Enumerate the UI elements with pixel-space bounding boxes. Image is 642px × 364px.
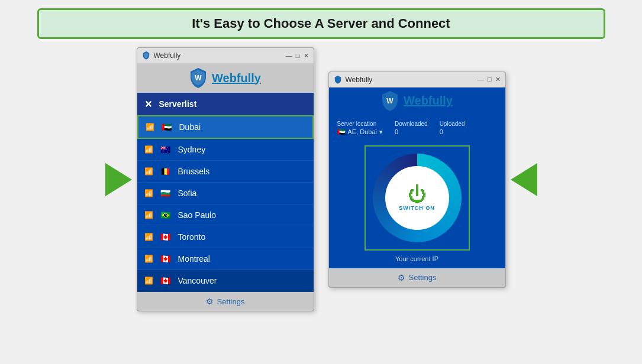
close-btn-left[interactable]: ✕ (304, 52, 309, 60)
server-name-sydney: Sydney (178, 145, 206, 154)
left-settings-label: Settings (217, 297, 245, 306)
server-location-btn[interactable]: 🇦🇪 AE, Dubai ▾ (337, 128, 383, 136)
flag-uae-small: 🇦🇪 (337, 128, 346, 136)
svg-text:W: W (195, 74, 202, 82)
signal-icon-dubai: 📶 (146, 123, 154, 131)
webfully-logo-icon-left: W (189, 68, 207, 88)
server-location-value: AE, Dubai (348, 128, 378, 135)
stats-bar: Server location 🇦🇪 AE, Dubai ▾ Downloade… (329, 115, 505, 139)
minimize-btn-right[interactable]: — (478, 76, 484, 83)
server-row-vancouver[interactable]: 📶 🇨🇦 Vancouver (137, 270, 314, 292)
signal-icon-toronto: 📶 (144, 233, 153, 241)
left-window: Webfully — □ ✕ W Webfully ✕ Serverlist (137, 47, 314, 311)
server-row-sydney[interactable]: 📶 🇦🇺 Sydney (137, 139, 314, 161)
flag-sydney: 🇦🇺 (159, 145, 172, 154)
server-name-vancouver: Vancouver (178, 276, 217, 285)
svg-text:W: W (386, 97, 393, 105)
server-row-saopaulo[interactable]: 📶 🇧🇷 Sao Paulo (137, 204, 314, 226)
server-name-brussels: Brussels (178, 167, 210, 176)
power-button-icon[interactable]: ⏻ (408, 185, 427, 204)
left-titlebar-controls: — □ ✕ (286, 52, 309, 60)
right-window: Webfully — □ ✕ W Webfully Server locatio… (328, 72, 506, 288)
serverlist-close-btn[interactable]: ✕ (144, 99, 152, 110)
gear-icon-left: ⚙ (206, 297, 214, 306)
flag-saopaulo: 🇧🇷 (159, 210, 172, 220)
signal-icon-brussels: 📶 (144, 167, 153, 176)
flag-sofia: 🇧🇬 (159, 188, 172, 198)
right-app-name: Webfully (346, 76, 373, 84)
serverlist-title: Serverlist (159, 99, 197, 109)
left-logo-text: Webfully (212, 72, 261, 85)
server-name-sofia: Sofia (178, 188, 197, 198)
arrow-left-icon (511, 163, 537, 196)
shield-icon-right (334, 76, 342, 84)
left-logo-bar: W Webfully (137, 63, 314, 93)
server-name-dubai: Dubai (179, 122, 201, 132)
flag-dubai: 🇦🇪 (160, 122, 173, 132)
close-btn-right[interactable]: ✕ (495, 76, 501, 83)
power-area: ⏻ SWITCH ON Your current IP (329, 139, 505, 268)
signal-icon-saopaulo: 📶 (144, 211, 153, 219)
left-arrow-wrapper (101, 163, 137, 196)
serverlist-header: ✕ Serverlist (137, 93, 314, 115)
server-name-saopaulo: Sao Paulo (178, 210, 217, 220)
right-titlebar-left: Webfully (334, 76, 373, 84)
server-location-label: Server location (337, 121, 383, 127)
minimize-btn-left[interactable]: — (286, 52, 292, 60)
right-logo-bar: W Webfully (329, 87, 505, 115)
server-name-toronto: Toronto (178, 232, 206, 242)
server-location-stat: Server location 🇦🇪 AE, Dubai ▾ (337, 121, 383, 136)
switch-on-label: SWITCH ON (399, 205, 435, 211)
right-settings-label: Settings (409, 273, 437, 282)
maximize-btn-right[interactable]: □ (488, 76, 492, 83)
uploaded-value: 0 (440, 128, 465, 135)
right-titlebar-controls: — □ ✕ (478, 76, 501, 83)
maximize-btn-left[interactable]: □ (296, 52, 300, 60)
signal-icon-vancouver: 📶 (144, 277, 153, 285)
right-titlebar: Webfully — □ ✕ (329, 72, 505, 87)
uploaded-stat: Uploaded 0 (440, 121, 465, 135)
server-name-montreal: Montreal (178, 254, 210, 264)
server-row-toronto[interactable]: 📶 🇨🇦 Toronto (137, 226, 314, 248)
downloaded-label: Downloaded (395, 121, 428, 127)
left-app-name: Webfully (154, 51, 181, 60)
flag-montreal: 🇨🇦 (159, 254, 172, 264)
uploaded-label: Uploaded (440, 121, 465, 127)
arrow-right-icon (105, 163, 132, 196)
signal-icon-sydney: 📶 (144, 145, 153, 154)
server-row-brussels[interactable]: 📶 🇧🇪 Brussels (137, 161, 314, 183)
signal-icon-sofia: 📶 (144, 189, 153, 197)
downloaded-stat: Downloaded 0 (395, 121, 428, 135)
header-title: It's Easy to Choose A Server and Connect (51, 16, 592, 31)
gear-icon-right: ⚙ (398, 273, 405, 282)
server-row-sofia[interactable]: 📶 🇧🇬 Sofia (137, 183, 314, 204)
server-row-dubai[interactable]: 📶 🇦🇪 Dubai (137, 115, 314, 139)
server-list: 📶 🇦🇪 Dubai 📶 🇦🇺 Sydney 📶 🇧🇪 Brussels 📶 🇧… (137, 115, 314, 292)
left-titlebar: Webfully — □ ✕ (137, 48, 314, 63)
right-footer[interactable]: ⚙ Settings (329, 268, 505, 287)
main-area: Webfully — □ ✕ W Webfully ✕ Serverlist (0, 47, 642, 311)
flag-vancouver: 🇨🇦 (159, 276, 172, 285)
flag-brussels: 🇧🇪 (159, 167, 172, 176)
right-arrow-wrapper (506, 163, 542, 196)
your-ip-label: Your current IP (395, 255, 438, 262)
downloaded-value: 0 (395, 128, 428, 135)
power-frame: ⏻ SWITCH ON (364, 145, 470, 251)
flag-toronto: 🇨🇦 (159, 232, 172, 242)
left-titlebar-left: Webfully (142, 51, 181, 60)
left-footer[interactable]: ⚙ Settings (137, 292, 314, 311)
right-logo-text: Webfully (404, 94, 453, 108)
signal-icon-montreal: 📶 (144, 255, 153, 263)
power-circle-inner[interactable]: ⏻ SWITCH ON (385, 166, 449, 230)
chevron-down-icon: ▾ (379, 128, 383, 136)
shield-icon-left (142, 51, 150, 60)
server-row-montreal[interactable]: 📶 🇨🇦 Montreal (137, 248, 314, 270)
header-banner: It's Easy to Choose A Server and Connect (37, 8, 605, 39)
webfully-logo-icon-right: W (381, 91, 399, 111)
power-circle-outer: ⏻ SWITCH ON (373, 154, 462, 242)
